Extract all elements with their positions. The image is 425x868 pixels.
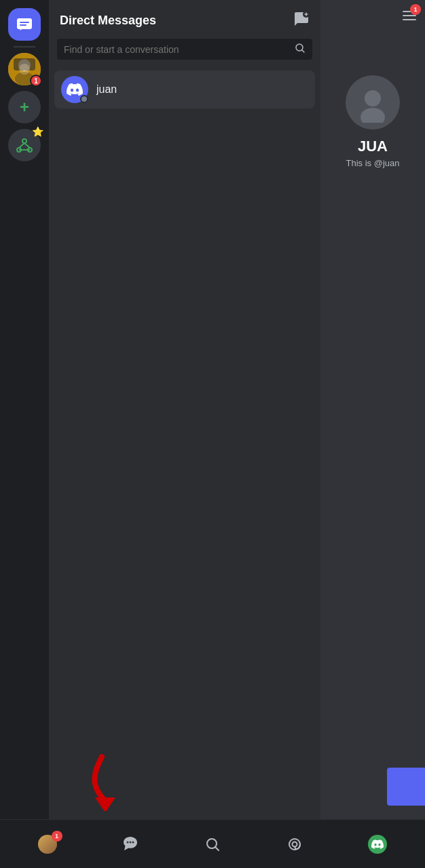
nav-discord-icon — [368, 835, 387, 854]
dm-panel: Direct Messages — [49, 0, 320, 819]
search-input[interactable] — [64, 44, 289, 55]
nav-dms-icon — [122, 835, 139, 853]
svg-point-27 — [129, 841, 131, 843]
nav-item-mentions[interactable] — [275, 830, 314, 859]
right-panel: 1 JUA This is @juan — [320, 0, 425, 819]
search-icon — [295, 43, 306, 56]
dm-item-juan[interactable]: juan — [54, 71, 315, 108]
svg-point-28 — [132, 841, 134, 843]
hamburger-menu-button[interactable]: 1 — [402, 8, 417, 26]
svg-point-8 — [22, 139, 26, 143]
svg-point-26 — [126, 841, 128, 843]
nav-item-discord[interactable] — [357, 829, 398, 859]
nav-item-dms[interactable] — [111, 830, 150, 859]
explore-network-icon — [15, 136, 34, 155]
svg-line-11 — [19, 143, 24, 148]
juan-avatar — [61, 76, 88, 103]
nav-search-icon — [204, 835, 221, 853]
profile-name-large: JUA — [358, 138, 388, 155]
dm-panel-header: Direct Messages — [49, 0, 320, 36]
bottom-navigation: 1 — [0, 819, 425, 868]
profile-avatar-large — [346, 75, 400, 130]
svg-line-30 — [215, 847, 219, 850]
svg-line-12 — [24, 143, 30, 148]
right-panel-header: 1 — [320, 0, 425, 35]
svg-point-7 — [19, 64, 30, 75]
nav-friends-badge: 1 — [52, 831, 62, 842]
nav-item-search[interactable] — [193, 830, 232, 859]
sidebar-divider — [14, 46, 35, 47]
user-notification-badge: 1 — [30, 75, 42, 87]
add-dm-button[interactable] — [293, 11, 310, 31]
search-bar[interactable] — [57, 39, 312, 60]
sidebar-item-explore[interactable]: ⭐ — [8, 129, 41, 161]
juan-name: juan — [96, 83, 117, 96]
nav-item-friends[interactable]: 1 — [27, 829, 68, 859]
profile-avatar-svg — [352, 82, 393, 123]
discord-nav-logo — [371, 838, 384, 850]
discord-logo-icon — [67, 81, 83, 98]
discord-chat-icon — [15, 15, 34, 34]
server-sidebar: 1 + ⭐ — [0, 0, 49, 819]
juan-status-dot — [80, 95, 88, 103]
svg-point-32 — [293, 842, 297, 846]
star-badge-icon: ⭐ — [32, 126, 43, 137]
sidebar-item-dm[interactable] — [8, 8, 41, 41]
svg-point-23 — [365, 90, 381, 106]
dm-panel-title: Direct Messages — [60, 14, 156, 28]
right-panel-body: JUA This is @juan — [320, 35, 425, 819]
svg-rect-0 — [17, 18, 32, 29]
sidebar-item-add-server[interactable]: + — [8, 91, 41, 123]
svg-line-18 — [302, 50, 304, 52]
profile-description: This is @juan — [346, 158, 400, 168]
hamburger-badge: 1 — [410, 4, 421, 15]
svg-rect-1 — [20, 22, 29, 23]
add-dm-icon — [293, 11, 310, 27]
dm-list: juan — [49, 68, 320, 819]
svg-rect-2 — [20, 24, 26, 26]
sidebar-item-user-avatar[interactable]: 1 — [8, 53, 41, 85]
nav-mentions-icon — [286, 835, 303, 853]
add-plus-icon: + — [20, 98, 29, 117]
blue-action-box[interactable] — [387, 768, 425, 806]
